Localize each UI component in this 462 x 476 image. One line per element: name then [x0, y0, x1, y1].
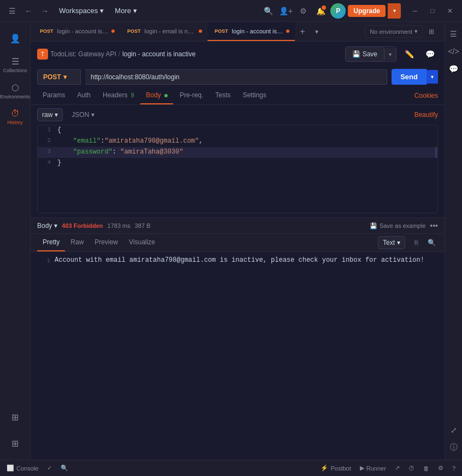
req-tab-headers[interactable]: Headers 9 [97, 87, 139, 104]
tab-label-1: login - email is not r... [145, 28, 197, 34]
upgrade-button[interactable]: Upgrade [348, 5, 386, 17]
extra-icon: ⊞ [11, 438, 19, 449]
avatar[interactable]: P [330, 3, 346, 19]
notifications-button[interactable]: 🔔 [313, 3, 328, 19]
response-area: Body ▾ 403 Forbidden 1783 ms 387 B 💾 Sav… [31, 218, 445, 460]
status-badge: 403 Forbidden [62, 222, 103, 229]
req-tab-params[interactable]: Params [37, 87, 70, 104]
code-editor[interactable]: 1 { 2 "email":"amirataha798@gmail.com", … [37, 125, 438, 213]
search-button[interactable]: 🔍 [260, 3, 276, 19]
console-button[interactable]: ⬜ Console [4, 463, 40, 473]
maximize-button[interactable]: □ [425, 3, 440, 19]
resp-tab-visualize[interactable]: Visualize [123, 234, 161, 251]
postbot-button[interactable]: ⚡ Postbot [318, 463, 353, 473]
resp-line-num-1: 1 [37, 256, 55, 267]
minimize-button[interactable]: ─ [407, 3, 423, 19]
url-bar: POST ▾ Send ▾ [31, 67, 445, 87]
invite-button[interactable]: 👤+ [278, 3, 293, 19]
resp-tab-pretty[interactable]: Pretty [37, 234, 65, 251]
tab-method-2: POST [213, 28, 230, 34]
sidebar-item-extra[interactable]: ⊞ [3, 431, 27, 455]
search-response-button[interactable]: 🔍 [425, 236, 438, 249]
check-button[interactable]: ✓ [45, 463, 54, 473]
comment-button[interactable]: 💬 [422, 46, 438, 62]
beautify-button[interactable]: Beautify [414, 111, 438, 119]
sidebar-item-history[interactable]: ⏱ History [3, 105, 27, 129]
back-button[interactable]: ← [21, 3, 36, 19]
forward-button[interactable]: → [37, 3, 52, 19]
tab-2[interactable]: POST login - account is ac... [208, 22, 295, 41]
req-tab-settings[interactable]: Settings [237, 87, 271, 104]
code-line-1: 1 { [38, 125, 437, 136]
json-type-select[interactable]: JSON ▾ [67, 109, 99, 121]
new-tab-button[interactable]: + [295, 24, 310, 39]
sidebar-item-collections[interactable]: ☰ Collections [3, 52, 27, 77]
tab-0[interactable]: POST login - account is in... [33, 22, 120, 41]
req-tab-auth[interactable]: Auth [72, 87, 96, 104]
workspace-button[interactable]: Workspaces ▾ [55, 4, 108, 17]
response-meta: 403 Forbidden 1783 ms 387 B [62, 222, 150, 229]
tab-bar: POST login - account is in... POST login… [31, 22, 445, 42]
copy-response-button[interactable]: ⎘ [410, 236, 423, 249]
method-select[interactable]: POST ▾ [37, 69, 81, 85]
send-button[interactable]: Send [392, 69, 427, 85]
edit-button[interactable]: ✏️ [401, 46, 417, 62]
save-example-button[interactable]: 💾 Save as example [370, 222, 425, 230]
send-dropdown-button[interactable]: ▾ [427, 70, 438, 84]
info-icon[interactable]: ⓘ [446, 440, 461, 455]
body-format-select[interactable]: raw ▾ [37, 108, 63, 121]
breadcrumb-current: login - account is inactive [122, 50, 196, 58]
settings-bottom-button[interactable]: ⚙ [436, 463, 446, 473]
bottombar: ⬜ Console ✓ 🔍 ⚡ Postbot ▶ Runner ↗ ⏱ 🗑 ⚙… [0, 460, 462, 476]
help-button[interactable]: ? [450, 464, 458, 473]
tab-label-2: login - account is ac... [232, 28, 284, 34]
resp-tab-preview[interactable]: Preview [89, 234, 123, 251]
sidebar-item-home[interactable]: 👤 [3, 26, 27, 50]
search-bottom-button[interactable]: 🔍 [58, 463, 70, 473]
env-settings-icon[interactable]: ⊞ [425, 25, 438, 38]
code-line-2: 2 "email":"amirataha798@gmail.com", [38, 136, 437, 147]
resize-icon[interactable]: ⤢ [446, 422, 461, 438]
code-line-3: 3 "password": "amiraTaha@3030" [38, 147, 437, 158]
req-tab-body[interactable]: Body [140, 87, 173, 104]
sidebar-item-environments[interactable]: ⬡ Environments [3, 79, 27, 103]
request-tabs: Params Auth Headers 9 Body Pre-req. Test… [31, 87, 445, 105]
env-selector[interactable]: No environment ▾ [365, 25, 423, 38]
docs-icon[interactable]: ☰ [446, 26, 461, 42]
collections-icon: ☰ [11, 56, 19, 67]
runner-button[interactable]: ▶ Runner [358, 463, 388, 473]
code-view-icon[interactable]: </> [446, 44, 461, 59]
tab-method-0: POST [38, 28, 55, 34]
upgrade-dropdown[interactable]: ▾ [388, 3, 401, 19]
share-button[interactable]: ↗ [393, 463, 402, 473]
breadcrumb-separator: / [119, 50, 120, 58]
resp-body-text: Account with email amirataha798@gmail.co… [55, 256, 424, 267]
close-button[interactable]: ✕ [442, 3, 458, 19]
url-input[interactable] [85, 69, 387, 85]
menu-button[interactable]: ☰ [4, 3, 20, 19]
tab-dot-0 [111, 30, 115, 33]
content-area: POST login - account is in... POST login… [31, 22, 445, 460]
tabs-dropdown-button[interactable]: ▾ [310, 24, 323, 39]
save-dropdown-button[interactable]: ▾ [384, 48, 396, 61]
settings-button[interactable]: ⚙ [295, 3, 311, 19]
tab-method-1: POST [126, 28, 143, 34]
history-bottom-button[interactable]: ⏱ [406, 464, 417, 473]
cookies-link[interactable]: Cookies [414, 92, 438, 99]
response-more-button[interactable]: ••• [430, 221, 438, 230]
trash-button[interactable]: 🗑 [421, 464, 431, 473]
more-button[interactable]: More ▾ [110, 4, 141, 17]
sidebar: 👤 ☰ Collections ⬡ Environments ⏱ History… [0, 22, 31, 460]
window-controls: ─ □ ✕ [407, 3, 458, 19]
save-button[interactable]: 💾 Save [346, 47, 384, 61]
response-tabs: Pretty Raw Preview Visualize Text ▾ ⎘ 🔍 [31, 234, 445, 252]
tab-1[interactable]: POST login - email is not r... [120, 22, 208, 41]
comment-icon[interactable]: 💬 [446, 61, 461, 77]
resp-tab-raw[interactable]: Raw [65, 234, 89, 251]
body-dot [164, 94, 168, 97]
req-tab-prereq[interactable]: Pre-req. [174, 87, 209, 104]
text-format-select[interactable]: Text ▾ [378, 236, 405, 249]
req-tab-tests[interactable]: Tests [210, 87, 236, 104]
sidebar-item-mock[interactable]: ⊞ [3, 405, 27, 429]
response-body-label[interactable]: Body ▾ [37, 222, 57, 230]
